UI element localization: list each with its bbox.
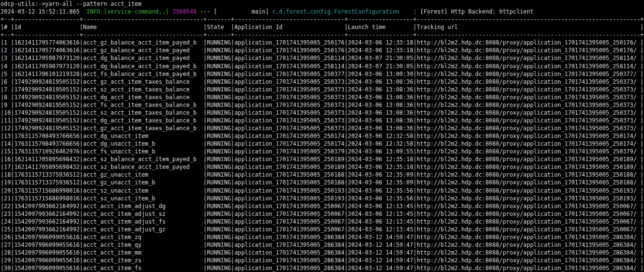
- table-row: |26|1542097996099055616|acct_acct_item_z…: [0, 233, 644, 241]
- log-segment-logger: c.d.forest.config.ForestConfiguration: [272, 8, 399, 15]
- table-row: |7 |1749290924819505152|acct_sz_acct_ite…: [0, 86, 644, 93]
- table-row: |25|1542097993662164992|acct_acct_item_a…: [0, 226, 644, 233]
- table-row: |28|1542097996099055616|acct_acct_item_m…: [0, 249, 644, 257]
- table-row: |20|1763115715686998016|acct_sz_unacct_i…: [0, 187, 644, 195]
- log-segment-message: : [Forest] Http Backend: httpclient: [399, 8, 534, 15]
- table-row: |27|1542097996099055616|acct_acct_item_q…: [0, 241, 644, 249]
- table-row: |15|1763115710926462976|acct_fs_unacct_i…: [0, 148, 644, 155]
- table-row: |19|1763115713375936512|acct_gz_unacct_i…: [0, 179, 644, 186]
- table-row: |29|1542097996099055616|acct_acct_item_z…: [0, 257, 644, 264]
- shell-prompt: odcp-utils:->: [0, 0, 45, 7]
- log-segment-separator-and-thread: --- [ main]: [197, 8, 272, 15]
- table-row: |22|1542097993662164992|acct_acct_item_a…: [0, 202, 644, 210]
- log-segment-pid: 3568548: [172, 8, 197, 15]
- log-segment-level-and-context: INFO [service-command,,]: [87, 8, 169, 15]
- table-row: |12|1749290924819505152|acct_gz_acct_ite…: [0, 124, 644, 132]
- table-row: |6 |1749290924819505152|acct_gz_acct_ite…: [0, 78, 644, 86]
- shell-prompt-line: odcp-utils:->yarn-all --pattern acct_ite…: [0, 0, 644, 8]
- table-border-top: +--+-------------------+----------------…: [0, 15, 644, 23]
- log-line: 2024-03-12 15:52:11.865 INFO [service-co…: [0, 8, 644, 15]
- table-row: |2 |1621411705774063616|acct_gz_balance_…: [0, 46, 644, 54]
- terminal-screen[interactable]: odcp-utils:->yarn-all --pattern acct_ite…: [0, 0, 644, 272]
- table-row: |14|1763115708493766656|acct_dg_unacct_i…: [0, 140, 644, 148]
- table-row: |5 |1621411706101219328|acct_fs_balance_…: [0, 70, 644, 78]
- table-row: |9 |1749290924819505152|acct_fs_acct_ite…: [0, 101, 644, 109]
- table-row: |1 |1621411705774063616|acct_gz_balance_…: [0, 39, 644, 46]
- table-row: |4 |1621411705987973120|acct_dg_balance_…: [0, 62, 644, 70]
- table-row: |11|1749290924819505152|acct_dg_acct_ite…: [0, 117, 644, 124]
- table-row: |13|1763115708493766656|acct_dg_unacct_i…: [0, 132, 644, 140]
- shell-command: yarn-all --pattern acct_item: [45, 0, 141, 7]
- table-row: |18|1763115713375936512|acct_gz_unacct_i…: [0, 171, 644, 179]
- table-row: |24|1542097993662164992|acct_acct_item_a…: [0, 218, 644, 226]
- table-row: |3 |1621411705987973120|acct_dg_balance_…: [0, 54, 644, 62]
- table-row: |10|1749290924819505152|acct_sz_acct_ite…: [0, 109, 644, 117]
- table-row: |16|1621411705895698432|acct_sz_balance_…: [0, 155, 644, 163]
- table-row: |8 |1749290924819505152|acct_dg_acct_ite…: [0, 93, 644, 101]
- table-row: |30|1542097996099055616|acct_acct_item_f…: [0, 264, 644, 272]
- table-border-header: +--+-------------------+----------------…: [0, 31, 644, 39]
- yarn-table: +--+-------------------+----------------…: [0, 15, 644, 272]
- table-row: |21|1763115715686998016|acct_sz_unacct_i…: [0, 195, 644, 202]
- table-row: |23|1542097993662164992|acct_acct_item_a…: [0, 210, 644, 218]
- table-row: |17|1621411705895698432|acct_sz_balance_…: [0, 163, 644, 171]
- log-segment-timestamp: 2024-03-12 15:52:11.865: [0, 8, 87, 15]
- table-header-row: |# |Id |Name |State |Application Id |Lau…: [0, 23, 644, 31]
